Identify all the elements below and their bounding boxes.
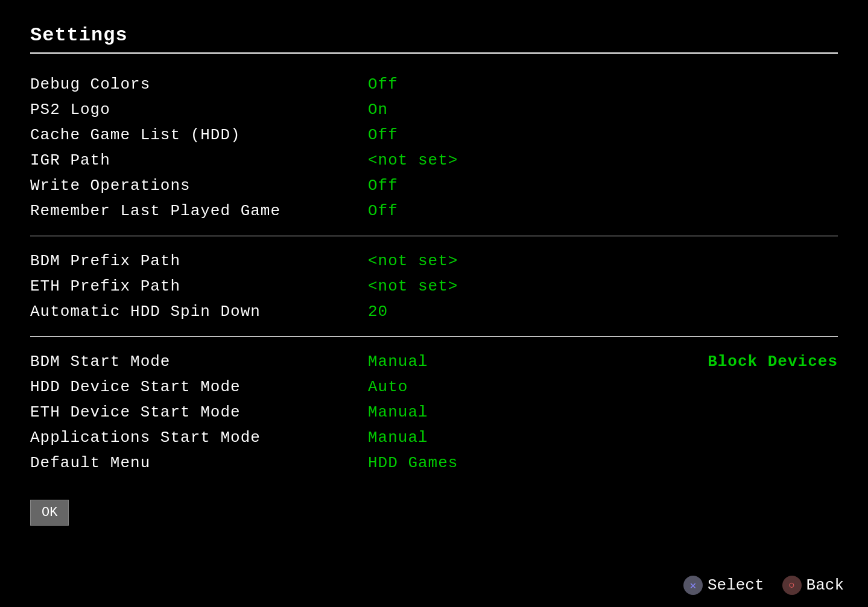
page-title: Settings [30, 24, 838, 46]
setting-value-cache-game-list: Off [368, 126, 838, 144]
setting-row-ps2-logo[interactable]: PS2 Logo On [30, 97, 838, 122]
setting-value-ps2-logo: On [368, 101, 838, 119]
setting-value-eth-device-start-mode: Manual [368, 403, 838, 421]
setting-value-default-menu: HDD Games [368, 454, 838, 472]
setting-label-bdm-start-mode: BDM Start Mode [30, 353, 368, 371]
setting-label-hdd-device-start-mode: HDD Device Start Mode [30, 378, 368, 396]
setting-value-write-operations: Off [368, 177, 838, 195]
setting-value-bdm-start-mode: Manual [368, 353, 671, 371]
setting-label-auto-hdd-spin-down: Automatic HDD Spin Down [30, 303, 368, 321]
setting-label-write-operations: Write Operations [30, 177, 368, 195]
x-button-icon: ✕ [683, 576, 703, 595]
back-control[interactable]: ○ Back [782, 576, 844, 595]
setting-row-write-operations[interactable]: Write Operations Off [30, 173, 838, 198]
settings-container: Settings Debug Colors Off PS2 Logo On Ca… [0, 0, 868, 607]
o-button-icon: ○ [782, 576, 802, 595]
setting-row-bdm-prefix-path[interactable]: BDM Prefix Path <not set> [30, 248, 838, 274]
setting-value-bdm-prefix-path: <not set> [368, 252, 838, 270]
bottom-controls: ✕ Select ○ Back [683, 576, 844, 595]
setting-label-remember-last-played: Remember Last Played Game [30, 202, 368, 220]
setting-label-default-menu: Default Menu [30, 454, 368, 472]
setting-value-eth-prefix-path: <not set> [368, 277, 838, 295]
ok-button[interactable]: OK [30, 500, 69, 526]
setting-label-cache-game-list: Cache Game List (HDD) [30, 126, 368, 144]
setting-row-hdd-device-start-mode[interactable]: HDD Device Start Mode Auto [30, 374, 838, 400]
settings-group-1: Debug Colors Off PS2 Logo On Cache Game … [30, 72, 838, 224]
setting-row-bdm-start-mode[interactable]: BDM Start Mode Manual Block Devices [30, 349, 838, 374]
title-divider [30, 52, 838, 54]
setting-row-remember-last-played[interactable]: Remember Last Played Game Off [30, 198, 838, 224]
setting-value-extra-bdm-start-mode: Block Devices [708, 353, 838, 371]
setting-value-hdd-device-start-mode: Auto [368, 378, 838, 396]
setting-value-debug-colors: Off [368, 75, 838, 93]
back-label: Back [806, 576, 844, 594]
setting-row-igr-path[interactable]: IGR Path <not set> [30, 148, 838, 173]
setting-row-applications-start-mode[interactable]: Applications Start Mode Manual [30, 425, 838, 450]
setting-label-debug-colors: Debug Colors [30, 75, 368, 93]
setting-label-eth-prefix-path: ETH Prefix Path [30, 277, 368, 295]
setting-row-default-menu[interactable]: Default Menu HDD Games [30, 450, 838, 476]
setting-value-igr-path: <not set> [368, 151, 838, 169]
group-divider-2 [30, 336, 838, 337]
setting-row-auto-hdd-spin-down[interactable]: Automatic HDD Spin Down 20 [30, 299, 838, 324]
select-label: Select [708, 576, 764, 594]
setting-value-remember-last-played: Off [368, 202, 838, 220]
setting-value-auto-hdd-spin-down: 20 [368, 303, 838, 321]
setting-row-eth-device-start-mode[interactable]: ETH Device Start Mode Manual [30, 400, 838, 425]
setting-label-applications-start-mode: Applications Start Mode [30, 429, 368, 447]
settings-group-3: BDM Start Mode Manual Block Devices HDD … [30, 349, 838, 476]
setting-label-eth-device-start-mode: ETH Device Start Mode [30, 403, 368, 421]
setting-label-ps2-logo: PS2 Logo [30, 101, 368, 119]
setting-label-igr-path: IGR Path [30, 151, 368, 169]
setting-row-eth-prefix-path[interactable]: ETH Prefix Path <not set> [30, 274, 838, 299]
select-control[interactable]: ✕ Select [683, 576, 764, 595]
setting-row-debug-colors[interactable]: Debug Colors Off [30, 72, 838, 97]
group-divider-1 [30, 236, 838, 236]
setting-value-applications-start-mode: Manual [368, 429, 838, 447]
setting-row-cache-game-list[interactable]: Cache Game List (HDD) Off [30, 122, 838, 148]
setting-label-bdm-prefix-path: BDM Prefix Path [30, 252, 368, 270]
settings-group-2: BDM Prefix Path <not set> ETH Prefix Pat… [30, 248, 838, 324]
